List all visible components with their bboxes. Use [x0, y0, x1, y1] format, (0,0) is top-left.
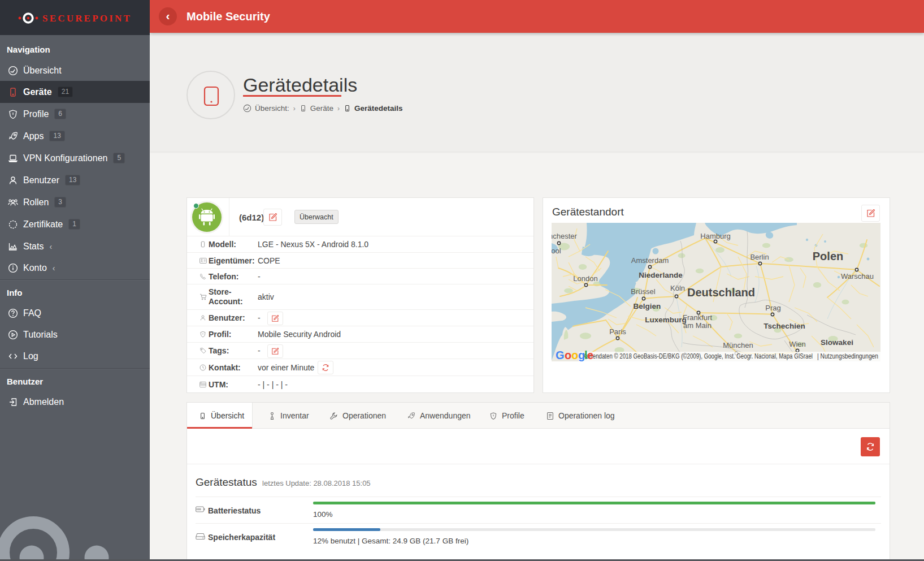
svg-text:o: o [571, 349, 578, 361]
svg-text:o: o [565, 349, 571, 361]
svg-text:Amsterdam: Amsterdam [631, 256, 669, 265]
svg-text:Berlin: Berlin [750, 253, 769, 261]
svg-text:London: London [573, 274, 597, 283]
svg-text:Luxemburg: Luxemburg [645, 316, 687, 324]
svg-text:München: München [723, 341, 753, 349]
svg-text:Slowakei: Slowakei [821, 338, 853, 347]
svg-text:Köln: Köln [670, 284, 685, 292]
svg-text:Tschechien: Tschechien [764, 322, 805, 330]
svg-text:Kartendaten © 2018 GeoBasis-DE: Kartendaten © 2018 GeoBasis-DE/BKG (©200… [583, 352, 813, 360]
svg-text:G: G [556, 349, 565, 361]
svg-text:Warschau: Warschau [841, 272, 874, 280]
svg-text:Niederlande: Niederlande [639, 271, 683, 279]
svg-text:Hamburg: Hamburg [700, 232, 730, 240]
svg-text:am Main: am Main [683, 321, 712, 330]
svg-text:Prag: Prag [765, 304, 780, 312]
svg-text:Frankfurt: Frankfurt [683, 313, 712, 322]
svg-text:Wien: Wien [789, 340, 806, 348]
svg-text:Belgien: Belgien [634, 302, 661, 310]
svg-text:nchester: nchester [552, 232, 578, 240]
svg-text:Deutschland: Deutschland [687, 286, 755, 299]
svg-text:ool: ool [552, 247, 561, 255]
svg-text:e: e [587, 349, 593, 361]
svg-text:Polen: Polen [813, 250, 843, 262]
svg-text:Paris: Paris [609, 327, 626, 336]
svg-text:| Nutzungsbedingungen: | Nutzungsbedingungen [817, 352, 878, 360]
svg-text:SECUREPOINT: SECUREPOINT [42, 13, 132, 24]
svg-text:Brüssel: Brüssel [631, 287, 655, 296]
